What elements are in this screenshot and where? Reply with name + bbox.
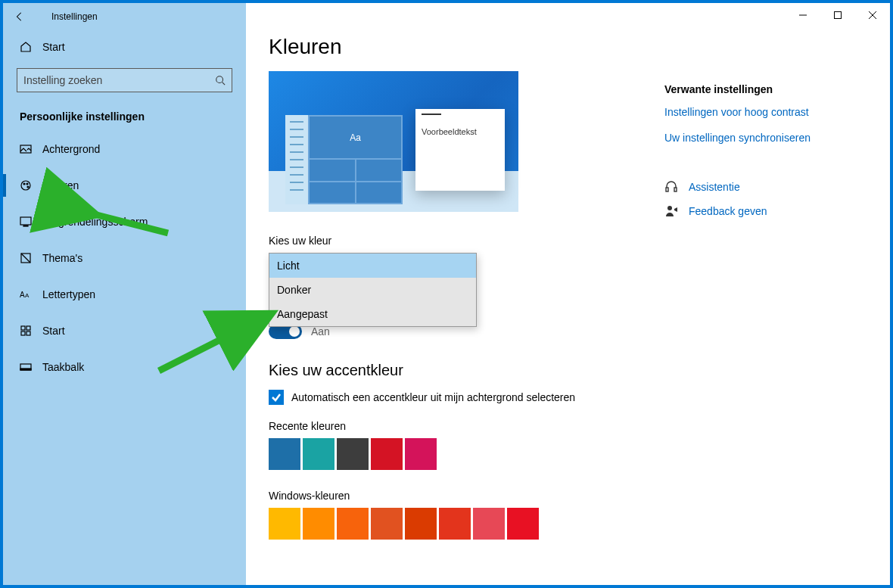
preview-start-menu: Aa [285, 115, 403, 204]
back-button[interactable] [8, 5, 32, 29]
window-title: Instellingen [51, 11, 98, 22]
color-swatch[interactable] [371, 438, 403, 470]
color-swatch[interactable] [337, 438, 369, 470]
home-icon [20, 41, 32, 53]
dropdown-option-light[interactable]: Licht [269, 254, 476, 278]
search-input[interactable] [23, 74, 215, 86]
svg-rect-13 [21, 331, 25, 335]
window-controls [786, 3, 890, 27]
sidebar-item-label: Taakbalk [42, 361, 84, 373]
recent-colors-label: Recente kleuren [269, 420, 867, 432]
sidebar-item-lockscreen[interactable]: Vergrendelingsscherm [3, 206, 246, 238]
color-swatch[interactable] [405, 508, 437, 540]
svg-rect-7 [23, 226, 28, 226]
sidebar-item-colors[interactable]: Kleuren [3, 170, 246, 201]
dropdown-option-dark[interactable]: Donker [269, 278, 476, 302]
headset-icon [664, 180, 678, 194]
sidebar-item-fonts[interactable]: AA Lettertypen [3, 278, 246, 310]
person-icon [664, 204, 678, 218]
svg-rect-16 [20, 369, 31, 370]
svg-text:A: A [25, 292, 30, 299]
lockscreen-icon [20, 216, 32, 228]
related-settings-panel: Verwante instellingen Instellingen voor … [664, 83, 846, 229]
nav-items: Achtergrond Kleuren Vergrendelingsscherm… [3, 133, 246, 387]
sidebar-item-label: Kleuren [42, 179, 79, 191]
svg-rect-18 [666, 188, 668, 191]
svg-rect-19 [674, 188, 677, 191]
svg-point-2 [21, 181, 30, 190]
dropdown-option-custom[interactable]: Aangepast [269, 302, 476, 326]
accent-heading: Kies uw accentkleur [269, 362, 867, 379]
palette-icon [20, 179, 32, 191]
picture-icon [20, 143, 32, 155]
search-icon [215, 75, 226, 86]
windows-colors-label: Windows-kleuren [269, 490, 867, 502]
taskbar-icon [20, 361, 32, 373]
color-swatch[interactable] [303, 438, 334, 470]
sidebar-item-label: Achtergrond [42, 143, 100, 155]
sidebar-item-taskbar[interactable]: Taakbalk [3, 351, 246, 383]
svg-point-20 [667, 206, 672, 210]
sidebar-item-background[interactable]: Achtergrond [3, 133, 246, 165]
svg-rect-17 [835, 12, 842, 19]
svg-rect-14 [26, 331, 30, 335]
preview-window: Voorbeeldtekst [415, 109, 505, 191]
minimize-button[interactable] [786, 3, 820, 27]
link-text: Assistentie [689, 181, 740, 193]
auto-accent-row[interactable]: Automatisch een accentkleur uit mijn ach… [269, 390, 867, 405]
svg-rect-12 [26, 326, 30, 330]
svg-point-0 [216, 76, 223, 83]
color-swatch[interactable] [303, 508, 334, 540]
settings-window: Instellingen Start Persoonlijke instelli… [3, 3, 890, 585]
toggle-label: Aan [311, 325, 330, 338]
choose-color-label: Kies uw kleur [269, 235, 867, 247]
svg-point-3 [23, 183, 25, 185]
svg-rect-11 [21, 326, 25, 330]
sidebar-item-start[interactable]: Start [3, 315, 246, 347]
maximize-button[interactable] [820, 3, 855, 27]
svg-point-4 [26, 183, 28, 185]
link-text: Feedback geven [689, 205, 767, 217]
color-swatch[interactable] [473, 508, 505, 540]
preview-sample-text: Voorbeeldtekst [422, 127, 499, 136]
titlebar: Instellingen [3, 3, 246, 30]
color-swatch[interactable] [439, 508, 471, 540]
color-mode-dropdown[interactable]: Licht Donker Aangepast [269, 253, 477, 327]
color-swatch[interactable] [371, 508, 403, 540]
sidebar-item-label: Vergrendelingsscherm [42, 216, 148, 228]
color-swatch[interactable] [269, 508, 300, 540]
svg-text:A: A [20, 291, 25, 299]
link-assistance[interactable]: Assistentie [664, 180, 846, 194]
link-feedback[interactable]: Feedback geven [664, 204, 846, 218]
svg-rect-6 [20, 217, 31, 225]
auto-accent-label: Automatisch een accentkleur uit mijn ach… [291, 391, 575, 403]
link-high-contrast[interactable]: Instellingen voor hoog contrast [664, 106, 846, 118]
home-button[interactable]: Start [3, 30, 246, 64]
home-label: Start [42, 41, 65, 53]
main-content: Kleuren Aa Voorbeeldtekst Kies uw kleur … [246, 3, 890, 585]
color-swatch[interactable] [269, 438, 300, 470]
start-icon [20, 325, 32, 337]
preview-tile: Aa [310, 117, 401, 158]
sidebar-item-label: Thema's [42, 252, 82, 264]
color-swatch[interactable] [337, 508, 369, 540]
recent-colors-row [269, 438, 867, 470]
font-icon: AA [20, 288, 32, 300]
sidebar-item-label: Lettertypen [42, 288, 95, 300]
color-swatch[interactable] [507, 508, 539, 540]
theme-preview: Aa Voorbeeldtekst [269, 71, 518, 212]
sidebar-item-themes[interactable]: Thema's [3, 242, 246, 274]
color-swatch[interactable] [405, 438, 437, 470]
theme-icon [20, 252, 32, 264]
windows-colors-row [269, 508, 867, 540]
sidebar-item-label: Start [42, 325, 65, 337]
svg-point-5 [27, 186, 29, 188]
sidebar-section-title: Persoonlijke instellingen [3, 106, 246, 133]
link-sync-settings[interactable]: Uw instellingen synchroniseren [664, 132, 846, 144]
close-button[interactable] [855, 3, 890, 27]
page-title: Kleuren [269, 35, 867, 59]
related-heading: Verwante instellingen [664, 83, 846, 95]
checkbox-checked[interactable] [269, 390, 284, 405]
search-box[interactable] [17, 68, 232, 92]
sidebar: Instellingen Start Persoonlijke instelli… [3, 3, 246, 585]
